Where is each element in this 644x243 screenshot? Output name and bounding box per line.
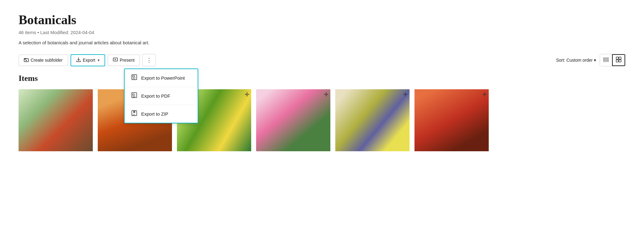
gallery-image-1[interactable]	[19, 89, 93, 151]
sort-chevron-icon: ▾	[594, 58, 596, 63]
items-section-title: Items	[19, 74, 625, 83]
export-button[interactable]: Export ▾	[71, 54, 105, 66]
page-meta: 46 items • Last Modified: 2024-04-04	[19, 30, 625, 35]
drag-handle-icon[interactable]: ✛	[403, 91, 408, 98]
export-chevron-icon: ▾	[98, 58, 100, 62]
export-label: Export	[83, 58, 95, 63]
svg-rect-21	[603, 61, 608, 62]
svg-rect-19	[603, 58, 608, 59]
sort-button[interactable]: Sort: Custom order ▾	[556, 58, 596, 63]
view-toggle	[600, 54, 625, 66]
zip-icon: ZIP	[131, 110, 138, 118]
gallery-item: ✛	[335, 89, 410, 151]
gallery-image-6[interactable]: ✛	[414, 89, 489, 151]
present-label: Present	[120, 58, 135, 63]
svg-rect-23	[619, 57, 621, 59]
gallery: ✛ ✛ ✛ ✛ ✛	[19, 89, 625, 151]
gallery-image-4[interactable]: ✛	[256, 89, 330, 151]
present-icon	[113, 57, 118, 63]
export-icon	[76, 57, 81, 63]
svg-rect-24	[616, 60, 618, 62]
grid-view-icon	[616, 57, 621, 64]
sort-label: Sort: Custom order	[556, 58, 593, 63]
export-zip-item[interactable]: ZIP Export to ZIP	[125, 105, 198, 123]
sort-area: Sort: Custom order ▾	[556, 54, 625, 66]
svg-rect-20	[603, 59, 608, 60]
svg-text:ZIP: ZIP	[132, 114, 135, 116]
export-powerpoint-label: Export to PowerPoint	[141, 75, 185, 81]
present-button[interactable]: Present	[108, 55, 140, 66]
toolbar: Create subfolder Export ▾	[19, 54, 625, 66]
gallery-item: ✛	[414, 89, 489, 151]
list-view-icon	[603, 57, 609, 64]
drag-handle-icon[interactable]: ✛	[482, 91, 487, 98]
page-description: A selection of botanicals and journal ar…	[19, 40, 625, 45]
export-zip-label: Export to ZIP	[141, 111, 169, 117]
create-subfolder-button[interactable]: Create subfolder	[19, 55, 68, 66]
export-pdf-item[interactable]: Export to PDF	[125, 87, 198, 105]
pptx-icon	[131, 74, 138, 82]
create-subfolder-label: Create subfolder	[31, 58, 63, 63]
svg-rect-25	[619, 60, 621, 62]
svg-rect-3	[132, 75, 137, 80]
export-dropdown: Export to PowerPoint Export to PDF	[124, 68, 198, 123]
more-options-icon: ⋮	[146, 57, 152, 64]
export-powerpoint-item[interactable]: Export to PowerPoint	[125, 69, 198, 87]
svg-marker-18	[115, 59, 116, 60]
gallery-image-5[interactable]: ✛	[335, 89, 410, 151]
export-pdf-label: Export to PDF	[141, 93, 170, 99]
pdf-icon	[131, 92, 138, 100]
svg-rect-22	[616, 57, 618, 59]
page-title: Botanicals	[19, 12, 625, 27]
grid-view-button[interactable]	[612, 54, 625, 66]
list-view-button[interactable]	[600, 54, 612, 66]
export-wrapper: Export ▾ Export to PowerPoint	[71, 54, 105, 66]
svg-rect-4	[133, 76, 135, 77]
export-dropdown-menu: Export to PowerPoint Export to PDF	[124, 68, 198, 123]
subfolder-icon	[24, 57, 29, 63]
gallery-item	[19, 89, 93, 151]
gallery-item: ✛	[256, 89, 330, 151]
drag-handle-icon[interactable]: ✛	[324, 91, 328, 98]
drag-handle-icon[interactable]: ✛	[245, 91, 249, 98]
more-options-button[interactable]: ⋮	[142, 54, 156, 66]
